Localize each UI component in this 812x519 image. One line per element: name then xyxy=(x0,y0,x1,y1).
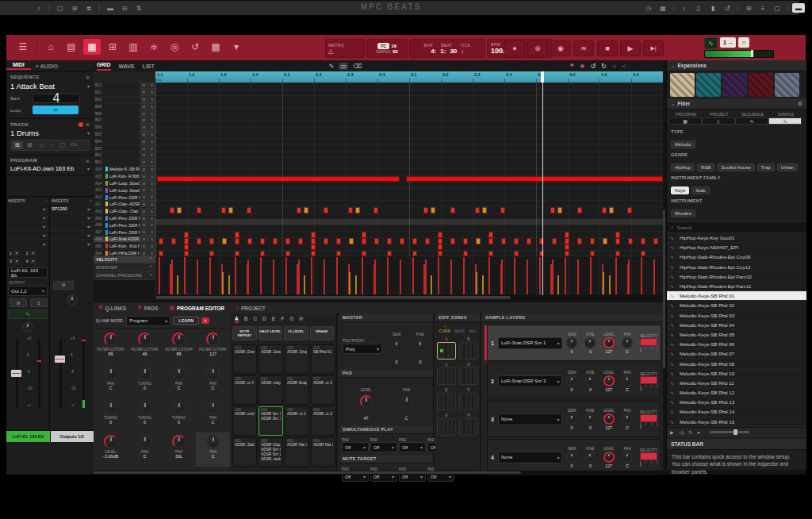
monitor-waveform-button[interactable]: ∿ xyxy=(8,309,48,319)
search-input[interactable]: Search xyxy=(676,225,691,230)
velocity-stem[interactable] xyxy=(159,257,160,294)
layer-fine-knob[interactable] xyxy=(584,337,596,348)
play-start-button[interactable]: ▶| xyxy=(643,40,664,56)
midi-note[interactable] xyxy=(514,238,519,244)
volume-fader-2[interactable] xyxy=(55,356,65,363)
sequence-caret-icon[interactable]: ▾ xyxy=(87,83,90,89)
qlink-knob[interactable] xyxy=(206,333,220,346)
track-solo-button[interactable]: S xyxy=(148,110,155,117)
velocity-stem[interactable] xyxy=(603,272,604,294)
pad-bank-F[interactable]: F xyxy=(281,316,284,323)
track-solo-button[interactable]: S xyxy=(148,222,155,229)
pad-bank-B[interactable]: B xyxy=(244,316,248,323)
browser-item[interactable]: ∿Melodic-Keys-SB Rhd 14 xyxy=(667,407,806,417)
track-row[interactable]: B05MS xyxy=(94,132,155,139)
send-knob[interactable] xyxy=(30,250,36,256)
midi-note[interactable] xyxy=(641,238,645,244)
velocity-stem[interactable] xyxy=(374,260,376,294)
velocity-stem[interactable] xyxy=(400,260,401,294)
midi-note[interactable] xyxy=(209,238,214,244)
stop-button[interactable]: ■ xyxy=(597,40,618,56)
filter-tab-icon[interactable]: ∿ xyxy=(768,117,802,125)
tooltip-icon[interactable]: ▬ xyxy=(792,3,805,13)
doc-icon[interactable]: ▮ xyxy=(707,3,719,13)
zone-G[interactable]: G xyxy=(437,413,456,436)
sequence-section-label[interactable]: SEQUENCE xyxy=(10,75,40,80)
half-level-button[interactable]: HALF LEVEL xyxy=(259,326,283,340)
track-solo-button[interactable]: S xyxy=(148,90,155,96)
velocity-stem[interactable] xyxy=(298,260,300,294)
pad-A09[interactable]: A09ADSR..rc 4 xyxy=(232,375,257,405)
power-icon[interactable]: ○ xyxy=(90,224,92,229)
filter-chip[interactable]: R&B xyxy=(697,163,714,171)
channel-mixer-icon[interactable]: ≑ xyxy=(145,39,163,55)
midi-note[interactable] xyxy=(311,244,316,250)
inspector-icon[interactable]: i xyxy=(678,3,691,13)
pad-bank-E[interactable]: E xyxy=(272,316,275,323)
velocity-range-bar[interactable] xyxy=(640,376,657,384)
track-name[interactable]: 1 Drums xyxy=(10,129,39,137)
midi-note[interactable] xyxy=(565,232,569,237)
zone-C[interactable]: C xyxy=(437,362,456,385)
filter-chip[interactable]: Stab xyxy=(691,186,709,194)
track-solo-button[interactable]: S xyxy=(148,125,155,131)
velocity-stem[interactable] xyxy=(653,260,655,294)
pad-A02[interactable]: A02ADSR ClapADSR Snr 4ADSR Snr 2ADSR..ra… xyxy=(259,437,283,467)
velocity-stem[interactable] xyxy=(482,275,484,294)
browser-item[interactable]: ∿Melodic-Keys-SB Rhd 12 xyxy=(667,388,806,398)
flag-icon[interactable]: ⚑ xyxy=(569,63,574,69)
qlink-knob[interactable] xyxy=(206,435,220,448)
track-mute-button[interactable]: M xyxy=(140,173,147,179)
pad-A08[interactable]: A08ADSR..rc 2 xyxy=(311,406,335,436)
layer-pan-knob[interactable] xyxy=(622,375,633,386)
sample-layer-1[interactable]: 1LoFi-Snar.DSR Snr 1▾SEMI0FINE0LEVEL127P… xyxy=(487,325,661,361)
midi-note[interactable] xyxy=(476,238,481,244)
velocity-stem[interactable] xyxy=(450,260,452,294)
swing-value[interactable]: 62 xyxy=(393,49,398,54)
clip-icon[interactable]: ▢ xyxy=(56,141,68,149)
midi-note[interactable] xyxy=(438,232,442,237)
browser-item[interactable]: ∿Melodic-Keys-SB Rhd 02 xyxy=(667,301,806,310)
velocity-stem[interactable] xyxy=(247,260,249,294)
filter-tab-icon[interactable]: ≒ xyxy=(735,117,768,125)
channel-label-output[interactable]: Outputs 1/2 xyxy=(51,431,94,442)
filter-tab-program[interactable]: PROGRAM▦ xyxy=(670,112,702,125)
zone-pad-grid[interactable] xyxy=(459,342,478,359)
midi-note[interactable] xyxy=(247,238,252,244)
midi-note[interactable] xyxy=(577,207,582,213)
layer-fine-knob[interactable] xyxy=(584,452,596,463)
qlink-knob[interactable] xyxy=(172,435,186,448)
grid-h-scrollbar[interactable] xyxy=(155,295,663,300)
midi-note[interactable] xyxy=(500,207,505,213)
single-pad-icon[interactable]: ▢ xyxy=(54,3,67,13)
insert-slot[interactable]: ▾○ xyxy=(6,222,49,231)
insert-slot[interactable]: ▾○ xyxy=(6,213,49,222)
layer-fine-knob[interactable] xyxy=(584,413,596,425)
level-marker[interactable] xyxy=(751,50,753,57)
filter-header[interactable]: ⌄Filter ⚙ xyxy=(667,98,806,110)
clip-region[interactable] xyxy=(406,176,663,182)
midi-note[interactable] xyxy=(336,238,341,244)
power-icon[interactable]: ○ xyxy=(45,233,48,237)
track-solo-button[interactable]: S xyxy=(148,180,155,186)
send-knob[interactable] xyxy=(13,250,20,256)
track-mute-button[interactable]: M xyxy=(140,187,147,194)
tc-button[interactable]: TC xyxy=(377,43,389,49)
midi-keys-icon[interactable]: ▦ xyxy=(657,3,669,13)
track-mute-button[interactable]: M xyxy=(140,160,147,166)
track-mute-button[interactable]: M xyxy=(140,229,147,236)
track-view-icon[interactable]: ▤ xyxy=(63,39,80,55)
track-row[interactable]: A12LoFi-Perc-.DSR Perc 3MS xyxy=(94,194,155,202)
midi-note[interactable] xyxy=(602,207,607,213)
layer-sample-select[interactable]: LoFi-Snar.DSR Snr 1▾ xyxy=(498,337,563,349)
plugin-icon[interactable]: ◁ xyxy=(36,141,47,149)
velocity-stem[interactable] xyxy=(501,260,503,294)
velocity-stem[interactable] xyxy=(304,275,305,294)
loop-toggle[interactable]: ∞ xyxy=(33,106,79,114)
track-row[interactable]: A05LoFi-Kick-. Kick PunchMS xyxy=(94,243,155,250)
midi-note[interactable] xyxy=(348,207,353,213)
velocity-stem[interactable] xyxy=(628,260,630,294)
velocity-stem[interactable] xyxy=(488,257,490,294)
loop-record-icon[interactable]: ◉ xyxy=(580,63,584,69)
sequence-menu-icon[interactable]: ≣ xyxy=(86,75,90,80)
